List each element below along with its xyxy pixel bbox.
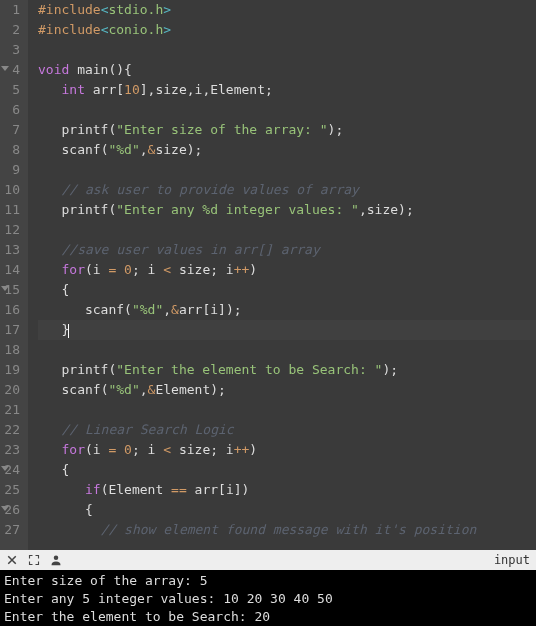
code-editor[interactable]: 1 2 3 4 5 6 7 8 9 10 11 12 13 14 15 16 1… [0,0,536,550]
status-icons [6,554,62,566]
line-number: 24 [4,460,20,480]
code-line [38,400,536,420]
line-number: 26 [4,500,20,520]
terminal-line: Enter any 5 integer values: 10 20 30 40 … [4,590,532,608]
code-line: printf("Enter the element to be Search: … [38,360,536,380]
line-number: 15 [4,280,20,300]
terminal-line: Enter size of the array: 5 [4,572,532,590]
code-line: #include<stdio.h> [38,0,536,20]
code-line: //save user values in arr[] array [38,240,536,260]
line-number: 2 [4,20,20,40]
line-number: 5 [4,80,20,100]
code-line: if(Element == arr[i]) [38,480,536,500]
line-number: 7 [4,120,20,140]
code-line: printf("Enter any %d integer values: ",s… [38,200,536,220]
line-number: 16 [4,300,20,320]
user-icon[interactable] [50,554,62,566]
code-line: for(i = 0; i < size; i++) [38,260,536,280]
line-number: 8 [4,140,20,160]
line-number: 22 [4,420,20,440]
code-line [38,220,536,240]
line-number: 20 [4,380,20,400]
terminal-line: Enter the element to be Search: 20 [4,608,532,626]
code-line: #include<conio.h> [38,20,536,40]
line-number: 23 [4,440,20,460]
code-line: scanf("%d",&Element); [38,380,536,400]
line-number: 4 [4,60,20,80]
code-line-active: } [38,320,536,340]
line-number: 1 [4,0,20,20]
fold-marker-icon[interactable] [1,506,9,511]
code-line: for(i = 0; i < size; i++) [38,440,536,460]
code-line [38,100,536,120]
code-line: // show element found message with it's … [38,520,536,540]
code-line: { [38,280,536,300]
line-number: 25 [4,480,20,500]
line-number: 27 [4,520,20,540]
share-icon[interactable] [6,554,18,566]
code-line: int arr[10],size,i,Element; [38,80,536,100]
line-number: 21 [4,400,20,420]
code-line: scanf("%d",&arr[i]); [38,300,536,320]
code-line [38,40,536,60]
line-gutter: 1 2 3 4 5 6 7 8 9 10 11 12 13 14 15 16 1… [0,0,28,550]
fold-marker-icon[interactable] [1,466,9,471]
line-number: 17 [4,320,20,340]
code-line [38,160,536,180]
code-line: printf("Enter size of the array: "); [38,120,536,140]
line-number: 18 [4,340,20,360]
line-number: 13 [4,240,20,260]
code-line: void main(){ [38,60,536,80]
code-line: scanf("%d",&size); [38,140,536,160]
line-number: 6 [4,100,20,120]
line-number: 9 [4,160,20,180]
code-line [38,340,536,360]
code-line: // ask user to provide values of array [38,180,536,200]
line-number: 19 [4,360,20,380]
code-line: { [38,460,536,480]
status-label: input [494,553,530,567]
terminal-output[interactable]: Enter size of the array: 5 Enter any 5 i… [0,570,536,626]
code-line: { [38,500,536,520]
expand-icon[interactable] [28,554,40,566]
code-line: // Linear Search Logic [38,420,536,440]
text-cursor [68,324,69,338]
line-number: 3 [4,40,20,60]
line-number: 10 [4,180,20,200]
code-area[interactable]: #include<stdio.h> #include<conio.h> void… [28,0,536,550]
svg-point-0 [54,556,59,561]
line-number: 11 [4,200,20,220]
fold-marker-icon[interactable] [1,286,9,291]
status-bar: input [0,550,536,570]
fold-marker-icon[interactable] [1,66,9,71]
line-number: 14 [4,260,20,280]
line-number: 12 [4,220,20,240]
